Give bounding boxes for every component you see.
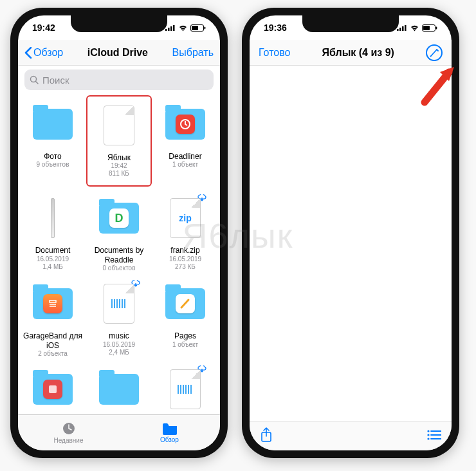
file-meta: 9 объектов: [37, 161, 69, 169]
file-thumbnail: [94, 279, 144, 329]
wifi-icon: [178, 24, 188, 32]
wifi-icon: [410, 24, 419, 32]
arrow-annotation: [417, 67, 462, 115]
status-time: 19:36: [264, 23, 287, 33]
search-placeholder: Поиск: [42, 75, 69, 86]
scan-title: Яблык (4 из 9): [322, 47, 394, 59]
tab-recents-label: Недавние: [54, 437, 84, 444]
search-icon: [30, 75, 39, 84]
file-name: frank.zip: [170, 246, 199, 255]
file-name: Document: [35, 246, 71, 255]
svg-rect-6: [192, 26, 198, 30]
svg-point-20: [427, 430, 429, 432]
file-thumbnail: [160, 279, 210, 329]
file-thumbnail: D: [94, 193, 144, 243]
file-item[interactable]: [22, 364, 84, 414]
svg-rect-13: [399, 28, 401, 31]
file-item[interactable]: GarageBand для iOS2 объекта: [22, 279, 84, 358]
list-icon: [427, 430, 441, 440]
nav-select-label: Выбрать: [172, 47, 214, 59]
scan-nav-bar: Готово Яблык (4 из 9): [250, 40, 452, 66]
file-item[interactable]: music16.05.20192,4 МБ: [86, 279, 152, 358]
file-meta2: 1,4 МБ: [42, 263, 63, 271]
svg-rect-3: [173, 25, 175, 31]
list-button[interactable]: [427, 430, 441, 443]
svg-rect-14: [402, 26, 404, 31]
file-item[interactable]: zipfrank.zip16.05.2019273 КБ: [154, 193, 216, 272]
chevron-left-icon: [24, 47, 32, 59]
tab-browse-label: Обзор: [160, 436, 179, 443]
file-grid[interactable]: Фото9 объектовЯблык19:42811 КБDeadliner1…: [18, 94, 220, 414]
file-item[interactable]: DDocuments by Readdle0 объектов: [86, 193, 152, 272]
file-item[interactable]: Document16.05.20191,4 МБ: [22, 193, 84, 272]
file-item[interactable]: Deadliner1 объект: [154, 99, 216, 187]
svg-rect-2: [170, 26, 172, 31]
file-meta2: 2,4 МБ: [109, 349, 129, 356]
file-name: music: [109, 331, 129, 340]
tab-browse[interactable]: Обзор: [119, 415, 220, 450]
svg-rect-18: [423, 26, 430, 30]
done-button[interactable]: Готово: [259, 47, 290, 59]
file-meta: 1 объект: [172, 161, 198, 169]
nav-title: iCloud Drive: [87, 47, 148, 59]
file-item[interactable]: Яблык19:42811 КБ: [86, 99, 152, 187]
bottom-toolbar: [250, 421, 452, 450]
nav-select-button[interactable]: Выбрать: [172, 47, 214, 59]
markup-button[interactable]: [426, 44, 443, 61]
svg-rect-0: [165, 29, 167, 31]
file-meta2: 811 КБ: [94, 170, 144, 178]
markup-pen-icon: [430, 48, 439, 57]
file-thumbnail: [28, 364, 78, 414]
file-thumbnail: zip: [160, 193, 210, 243]
file-item[interactable]: [86, 364, 152, 414]
svg-rect-12: [397, 29, 399, 31]
file-name: Deadliner: [169, 152, 201, 161]
folder-icon: [162, 422, 178, 435]
file-name: Яблык: [94, 153, 144, 162]
notch: [302, 15, 399, 32]
file-meta: 0 объектов: [103, 264, 136, 272]
file-name: Фото: [44, 152, 62, 161]
search-input[interactable]: Поиск: [24, 69, 214, 90]
file-thumbnail: [28, 279, 78, 329]
file-meta: 1 объект: [172, 341, 198, 349]
svg-rect-1: [168, 28, 170, 31]
share-icon: [260, 427, 273, 443]
status-time: 19:42: [32, 23, 55, 33]
svg-point-24: [427, 438, 429, 439]
file-name: GarageBand для iOS: [22, 331, 84, 350]
file-name: Documents by Readdle: [88, 246, 150, 264]
file-meta: 19:42: [94, 162, 144, 170]
svg-line-8: [36, 82, 39, 84]
notch: [71, 15, 167, 32]
phone-frame-right: 19:36 Готово Яблык (4 из 9): [242, 8, 459, 458]
status-icons: [165, 24, 206, 32]
file-thumbnail: [28, 99, 78, 149]
file-thumbnail: [160, 364, 210, 414]
file-thumbnail: [160, 99, 210, 149]
nav-back-button[interactable]: Обзор: [24, 47, 63, 59]
file-item[interactable]: Pages1 объект: [154, 279, 216, 358]
file-meta: 16.05.2019: [169, 255, 201, 263]
document-preview[interactable]: [250, 66, 452, 421]
file-item[interactable]: Фото9 объектов: [22, 99, 84, 187]
file-thumbnail: [28, 193, 78, 243]
file-thumbnail: [94, 100, 144, 151]
share-button[interactable]: [260, 427, 273, 445]
file-meta: 16.05.2019: [37, 255, 69, 263]
tab-recents[interactable]: Недавние: [18, 415, 119, 450]
cellular-icon: [165, 24, 176, 31]
file-meta: 16.05.2019: [103, 341, 135, 349]
status-icons: [397, 24, 437, 32]
svg-rect-10: [49, 385, 57, 393]
file-thumbnail: [94, 364, 144, 414]
svg-rect-15: [405, 25, 407, 31]
svg-point-22: [427, 434, 429, 436]
clock-icon: [62, 421, 76, 436]
cellular-icon: [397, 24, 407, 31]
file-meta2: 273 КБ: [175, 263, 196, 271]
file-item[interactable]: [154, 364, 216, 414]
svg-rect-17: [436, 26, 437, 29]
file-name: Pages: [174, 331, 196, 340]
battery-icon: [190, 24, 206, 32]
